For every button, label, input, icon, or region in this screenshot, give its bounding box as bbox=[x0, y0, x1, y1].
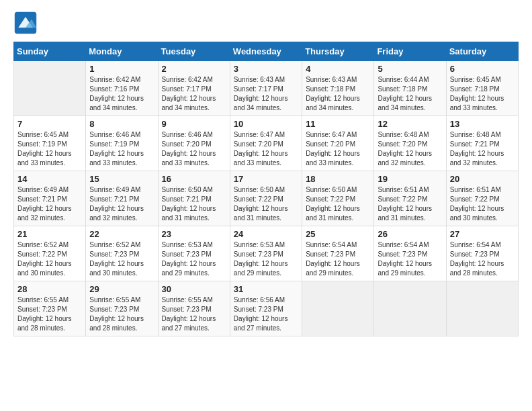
weekday-header-friday: Friday bbox=[374, 42, 446, 61]
day-info: Sunrise: 6:50 AMSunset: 7:22 PMDaylight:… bbox=[234, 185, 299, 223]
day-cell: 24Sunrise: 6:53 AMSunset: 7:23 PMDayligh… bbox=[230, 226, 302, 281]
day-number: 13 bbox=[450, 119, 515, 129]
day-info: Sunrise: 6:43 AMSunset: 7:17 PMDaylight:… bbox=[234, 75, 299, 113]
day-info: Sunrise: 6:49 AMSunset: 7:21 PMDaylight:… bbox=[17, 185, 83, 223]
day-number: 18 bbox=[306, 174, 371, 184]
day-cell: 11Sunrise: 6:47 AMSunset: 7:20 PMDayligh… bbox=[302, 116, 374, 171]
day-info: Sunrise: 6:46 AMSunset: 7:19 PMDaylight:… bbox=[89, 130, 154, 168]
day-cell: 13Sunrise: 6:48 AMSunset: 7:21 PMDayligh… bbox=[446, 116, 518, 171]
day-number: 24 bbox=[234, 229, 299, 239]
day-cell: 14Sunrise: 6:49 AMSunset: 7:21 PMDayligh… bbox=[14, 171, 86, 226]
day-cell bbox=[374, 281, 446, 336]
day-info: Sunrise: 6:55 AMSunset: 7:23 PMDaylight:… bbox=[17, 295, 83, 333]
day-number: 30 bbox=[162, 284, 227, 294]
weekday-header-monday: Monday bbox=[86, 42, 158, 61]
day-cell: 23Sunrise: 6:53 AMSunset: 7:23 PMDayligh… bbox=[158, 226, 230, 281]
day-info: Sunrise: 6:50 AMSunset: 7:22 PMDaylight:… bbox=[306, 185, 371, 223]
day-cell: 19Sunrise: 6:51 AMSunset: 7:22 PMDayligh… bbox=[374, 171, 446, 226]
day-info: Sunrise: 6:50 AMSunset: 7:21 PMDaylight:… bbox=[162, 185, 227, 223]
day-cell: 21Sunrise: 6:52 AMSunset: 7:22 PMDayligh… bbox=[14, 226, 86, 281]
day-info: Sunrise: 6:45 AMSunset: 7:19 PMDaylight:… bbox=[17, 130, 83, 168]
day-info: Sunrise: 6:54 AMSunset: 7:23 PMDaylight:… bbox=[450, 240, 515, 278]
day-number: 31 bbox=[234, 284, 299, 294]
weekday-header-saturday: Saturday bbox=[446, 42, 518, 61]
day-info: Sunrise: 6:54 AMSunset: 7:23 PMDaylight:… bbox=[378, 240, 443, 278]
day-info: Sunrise: 6:56 AMSunset: 7:23 PMDaylight:… bbox=[234, 295, 299, 333]
day-number: 19 bbox=[378, 174, 443, 184]
day-number: 28 bbox=[17, 284, 83, 294]
day-info: Sunrise: 6:53 AMSunset: 7:23 PMDaylight:… bbox=[162, 240, 227, 278]
day-number: 11 bbox=[306, 119, 371, 129]
day-number: 16 bbox=[162, 174, 227, 184]
day-info: Sunrise: 6:46 AMSunset: 7:20 PMDaylight:… bbox=[162, 130, 227, 168]
day-cell: 7Sunrise: 6:45 AMSunset: 7:19 PMDaylight… bbox=[14, 116, 86, 171]
day-info: Sunrise: 6:51 AMSunset: 7:22 PMDaylight:… bbox=[378, 185, 443, 223]
day-number: 2 bbox=[162, 64, 227, 74]
day-number: 29 bbox=[89, 284, 154, 294]
calendar-header: SundayMondayTuesdayWednesdayThursdayFrid… bbox=[14, 42, 519, 61]
day-number: 27 bbox=[450, 229, 515, 239]
day-cell: 26Sunrise: 6:54 AMSunset: 7:23 PMDayligh… bbox=[374, 226, 446, 281]
day-info: Sunrise: 6:52 AMSunset: 7:22 PMDaylight:… bbox=[17, 240, 83, 278]
day-cell bbox=[302, 281, 374, 336]
day-cell: 17Sunrise: 6:50 AMSunset: 7:22 PMDayligh… bbox=[230, 171, 302, 226]
day-cell: 9Sunrise: 6:46 AMSunset: 7:20 PMDaylight… bbox=[158, 116, 230, 171]
day-number: 23 bbox=[162, 229, 227, 239]
day-info: Sunrise: 6:47 AMSunset: 7:20 PMDaylight:… bbox=[234, 130, 299, 168]
day-cell: 31Sunrise: 6:56 AMSunset: 7:23 PMDayligh… bbox=[230, 281, 302, 336]
weekday-header-tuesday: Tuesday bbox=[158, 42, 230, 61]
day-cell: 3Sunrise: 6:43 AMSunset: 7:17 PMDaylight… bbox=[230, 61, 302, 116]
day-number: 7 bbox=[17, 119, 83, 129]
day-info: Sunrise: 6:55 AMSunset: 7:23 PMDaylight:… bbox=[89, 295, 154, 333]
day-cell: 4Sunrise: 6:43 AMSunset: 7:18 PMDaylight… bbox=[302, 61, 374, 116]
day-number: 3 bbox=[234, 64, 299, 74]
week-row-2: 7Sunrise: 6:45 AMSunset: 7:19 PMDaylight… bbox=[14, 116, 519, 171]
day-number: 10 bbox=[234, 119, 299, 129]
day-info: Sunrise: 6:52 AMSunset: 7:23 PMDaylight:… bbox=[89, 240, 154, 278]
day-info: Sunrise: 6:48 AMSunset: 7:20 PMDaylight:… bbox=[378, 130, 443, 168]
day-cell: 22Sunrise: 6:52 AMSunset: 7:23 PMDayligh… bbox=[86, 226, 158, 281]
day-info: Sunrise: 6:54 AMSunset: 7:23 PMDaylight:… bbox=[306, 240, 371, 278]
day-cell: 28Sunrise: 6:55 AMSunset: 7:23 PMDayligh… bbox=[14, 281, 86, 336]
day-cell: 25Sunrise: 6:54 AMSunset: 7:23 PMDayligh… bbox=[302, 226, 374, 281]
day-info: Sunrise: 6:45 AMSunset: 7:18 PMDaylight:… bbox=[450, 75, 515, 113]
day-info: Sunrise: 6:47 AMSunset: 7:20 PMDaylight:… bbox=[306, 130, 371, 168]
day-info: Sunrise: 6:51 AMSunset: 7:22 PMDaylight:… bbox=[450, 185, 515, 223]
calendar-table: SundayMondayTuesdayWednesdayThursdayFrid… bbox=[13, 42, 519, 336]
day-cell: 16Sunrise: 6:50 AMSunset: 7:21 PMDayligh… bbox=[158, 171, 230, 226]
day-cell: 10Sunrise: 6:47 AMSunset: 7:20 PMDayligh… bbox=[230, 116, 302, 171]
day-number: 9 bbox=[162, 119, 227, 129]
week-row-4: 21Sunrise: 6:52 AMSunset: 7:22 PMDayligh… bbox=[14, 226, 519, 281]
day-cell: 30Sunrise: 6:55 AMSunset: 7:23 PMDayligh… bbox=[158, 281, 230, 336]
day-number: 20 bbox=[450, 174, 515, 184]
day-info: Sunrise: 6:43 AMSunset: 7:18 PMDaylight:… bbox=[306, 75, 371, 113]
weekday-row: SundayMondayTuesdayWednesdayThursdayFrid… bbox=[14, 42, 519, 61]
calendar-page: SundayMondayTuesdayWednesdayThursdayFrid… bbox=[0, 0, 532, 411]
day-info: Sunrise: 6:55 AMSunset: 7:23 PMDaylight:… bbox=[162, 295, 227, 333]
day-number: 8 bbox=[89, 119, 154, 129]
day-number: 15 bbox=[89, 174, 154, 184]
day-info: Sunrise: 6:42 AMSunset: 7:16 PMDaylight:… bbox=[89, 75, 154, 113]
day-number: 25 bbox=[306, 229, 371, 239]
day-number: 6 bbox=[450, 64, 515, 74]
day-info: Sunrise: 6:48 AMSunset: 7:21 PMDaylight:… bbox=[450, 130, 515, 168]
day-number: 12 bbox=[378, 119, 443, 129]
day-cell bbox=[14, 61, 86, 116]
day-cell bbox=[446, 281, 518, 336]
day-cell: 27Sunrise: 6:54 AMSunset: 7:23 PMDayligh… bbox=[446, 226, 518, 281]
logo bbox=[13, 11, 42, 35]
day-cell: 8Sunrise: 6:46 AMSunset: 7:19 PMDaylight… bbox=[86, 116, 158, 171]
week-row-5: 28Sunrise: 6:55 AMSunset: 7:23 PMDayligh… bbox=[14, 281, 519, 336]
day-number: 26 bbox=[378, 229, 443, 239]
day-info: Sunrise: 6:44 AMSunset: 7:18 PMDaylight:… bbox=[378, 75, 443, 113]
day-info: Sunrise: 6:53 AMSunset: 7:23 PMDaylight:… bbox=[234, 240, 299, 278]
weekday-header-wednesday: Wednesday bbox=[230, 42, 302, 61]
day-number: 5 bbox=[378, 64, 443, 74]
day-info: Sunrise: 6:49 AMSunset: 7:21 PMDaylight:… bbox=[89, 185, 154, 223]
day-number: 14 bbox=[17, 174, 83, 184]
weekday-header-sunday: Sunday bbox=[14, 42, 86, 61]
day-number: 22 bbox=[89, 229, 154, 239]
calendar-body: 1Sunrise: 6:42 AMSunset: 7:16 PMDaylight… bbox=[14, 61, 519, 336]
day-number: 4 bbox=[306, 64, 371, 74]
day-cell: 15Sunrise: 6:49 AMSunset: 7:21 PMDayligh… bbox=[86, 171, 158, 226]
